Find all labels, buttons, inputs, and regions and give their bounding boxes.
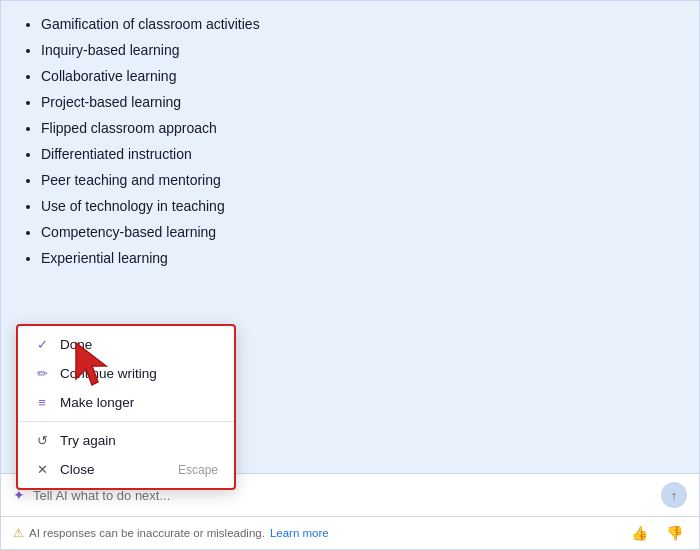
list-item: Collaborative learning [41,63,679,89]
list-item: Use of technology in teaching [41,193,679,219]
menu-item-icon: ↺ [34,433,50,448]
disclaimer-bar: ⚠ AI responses can be inaccurate or misl… [0,517,700,550]
list-item: Project-based learning [41,89,679,115]
ai-send-button[interactable]: ↑ [661,482,687,508]
list-item: Inquiry-based learning [41,37,679,63]
thumbs-down-button[interactable]: 👎 [662,523,687,543]
thumbs-up-button[interactable]: 👍 [627,523,652,543]
menu-item-icon: ✏ [34,366,50,381]
list-item: Competency-based learning [41,219,679,245]
menu-item-label: Close [60,462,95,477]
list-item: Peer teaching and mentoring [41,167,679,193]
list-item: Gamification of classroom activities [41,11,679,37]
main-container: Gamification of classroom activitiesInqu… [0,0,700,550]
menu-item-label: Try again [60,433,116,448]
list-item: Flipped classroom approach [41,115,679,141]
menu-item-shortcut: Escape [178,463,218,477]
menu-item-try-again[interactable]: ↺Try again [18,426,234,455]
menu-item-done[interactable]: ✓Done [18,330,234,359]
disclaimer-text: AI responses can be inaccurate or mislea… [29,527,265,539]
list-item: Experiential learning [41,245,679,271]
menu-item-make-longer[interactable]: ≡Make longer [18,388,234,417]
learn-more-link[interactable]: Learn more [270,527,329,539]
menu-item-label: Continue writing [60,366,157,381]
ai-action-dropdown: ✓Done✏Continue writing≡Make longer↺Try a… [16,324,236,490]
warning-icon: ⚠ [13,526,24,540]
menu-divider [18,421,234,422]
menu-item-label: Done [60,337,92,352]
menu-item-icon: ✕ [34,462,50,477]
bullet-list: Gamification of classroom activitiesInqu… [21,11,679,271]
menu-item-icon: ≡ [34,395,50,410]
disclaimer-left: ⚠ AI responses can be inaccurate or misl… [13,526,329,540]
menu-item-continue-writing[interactable]: ✏Continue writing [18,359,234,388]
menu-item-close[interactable]: ✕CloseEscape [18,455,234,484]
menu-item-icon: ✓ [34,337,50,352]
menu-item-label: Make longer [60,395,134,410]
list-item: Differentiated instruction [41,141,679,167]
disclaimer-right: 👍 👎 [627,523,687,543]
